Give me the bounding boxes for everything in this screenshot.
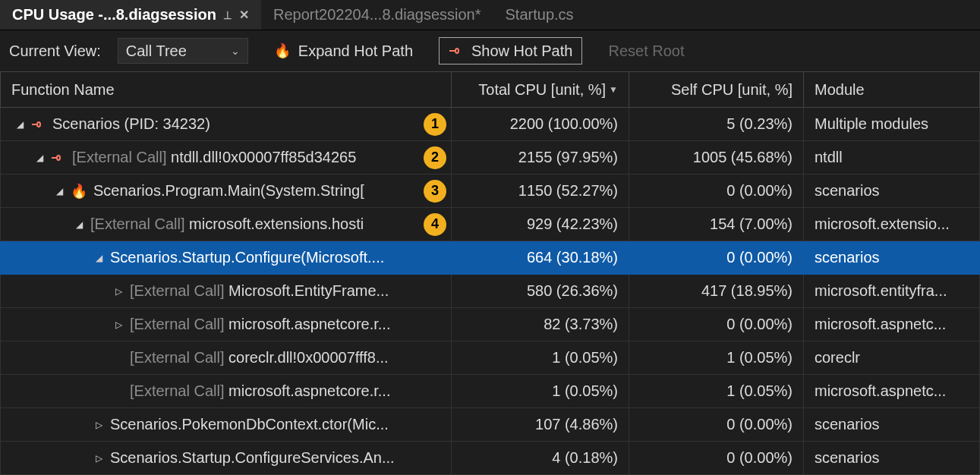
dropdown-value: Call Tree [126,42,187,60]
self-cpu-cell: 0 (0.00%) [629,442,804,475]
flame-icon: 🔥 [274,42,291,59]
self-cpu-cell: 0 (0.00%) [629,241,804,275]
expander-open-icon[interactable]: ◢ [54,186,65,197]
tab-label: Startup.cs [506,6,574,24]
function-cell[interactable]: ▷[External Call] microsoft.aspnetcore.r.… [0,308,452,341]
flame-icon: 🔥 [71,183,87,200]
function-name: Scenarios (PID: 34232) [52,115,210,133]
module-cell: scenarios [804,175,980,208]
module-cell: scenarios [804,408,980,442]
module-cell: microsoft.aspnetc... [804,308,980,341]
function-cell[interactable]: ▷[External Call] Microsoft.EntityFrame..… [0,275,452,308]
self-cpu-cell: 5 (0.23%) [629,108,804,141]
expander-closed-icon[interactable]: ▷ [113,286,124,297]
function-cell[interactable]: ◢Scenarios.Startup.Configure(Microsoft..… [0,241,452,275]
expander-open-icon[interactable]: ◢ [34,153,45,163]
reset-root-button: Reset Root [599,37,693,64]
callout-badge: 2 [424,146,446,169]
flame-outline-icon [51,153,66,163]
self-cpu-cell: 1 (0.05%) [629,375,804,408]
function-name: [External Call] Microsoft.EntityFrame... [130,282,389,300]
function-cell[interactable]: [External Call] coreclr.dll!0x00007fff8.… [0,341,452,375]
chevron-down-icon: ⌄ [231,45,240,57]
total-cpu-cell: 107 (4.86%) [452,408,629,442]
expander-open-icon[interactable]: ◢ [14,119,25,130]
expand-hot-path-button[interactable]: 🔥 Expand Hot Path [265,37,422,64]
function-cell[interactable]: ◢Scenarios (PID: 34232)1 [0,108,452,141]
expander-open-icon[interactable]: ◢ [74,219,84,230]
function-name: [External Call] ntdll.dll!0x00007ff85d34… [72,149,356,166]
pin-icon[interactable]: ⟂ [224,8,232,22]
self-cpu-cell: 417 (18.95%) [629,275,804,308]
function-cell[interactable]: ▷Scenarios.PokemonDbContext.ctor(Mic... [0,408,452,442]
self-cpu-cell: 0 (0.00%) [629,175,804,208]
callout-badge: 3 [424,180,446,203]
close-icon[interactable]: ✕ [239,8,249,22]
column-header-self-cpu[interactable]: Self CPU [unit, %] [629,71,804,108]
total-cpu-cell: 2200 (100.00%) [452,108,629,141]
function-cell[interactable]: ◢[External Call] microsoft.extensions.ho… [0,208,452,241]
total-cpu-cell: 82 (3.73%) [452,308,629,341]
total-cpu-cell: 929 (42.23%) [452,208,629,241]
total-cpu-cell: 1150 (52.27%) [452,175,629,208]
tab-startup[interactable]: Startup.cs [493,0,586,30]
module-cell: coreclr [804,341,980,375]
total-cpu-cell: 664 (30.18%) [452,241,629,275]
column-header-function[interactable]: Function Name [0,71,452,108]
function-name: Scenarios.PokemonDbContext.ctor(Mic... [110,416,389,433]
module-cell: ntdll [804,141,980,175]
expander-closed-icon[interactable]: ▷ [113,319,124,330]
tab-label: Report202204...8.diagsession* [273,6,481,24]
function-name: [External Call] microsoft.aspnetcore.r..… [130,316,390,333]
callout-badge: 4 [424,213,446,236]
function-cell[interactable]: ▷Scenarios.Startup.ConfigureServices.An.… [0,442,452,475]
show-hot-path-button[interactable]: Show Hot Path [439,37,582,64]
self-cpu-cell: 0 (0.00%) [629,408,804,442]
expander-open-icon[interactable]: ◢ [93,253,104,263]
button-label: Show Hot Path [471,42,572,60]
tab-strip: CPU Usage -...8.diagsession ⟂ ✕ Report20… [0,0,980,30]
module-cell: microsoft.entityfra... [804,275,980,308]
tab-report[interactable]: Report202204...8.diagsession* [261,0,493,30]
module-cell: microsoft.extensio... [804,208,980,241]
self-cpu-cell: 0 (0.00%) [629,308,804,341]
function-name: [External Call] coreclr.dll!0x00007fff8.… [130,349,389,366]
function-name: [External Call] microsoft.extensions.hos… [90,215,364,233]
button-label: Reset Root [608,42,684,60]
total-cpu-cell: 1 (0.05%) [452,375,629,408]
total-cpu-cell: 2155 (97.95%) [452,141,629,175]
self-cpu-cell: 1 (0.05%) [629,341,804,375]
total-cpu-cell: 4 (0.18%) [452,442,629,475]
function-name: Scenarios.Program.Main(System.String[ [93,182,364,200]
column-header-total-cpu[interactable]: Total CPU [unit, %] ▼ [452,71,629,108]
function-cell[interactable]: [External Call] microsoft.aspnetcore.r..… [0,375,452,408]
module-cell: scenarios [804,241,980,275]
callout-badge: 1 [424,113,446,136]
module-cell: Multiple modules [804,108,980,141]
expander-closed-icon[interactable]: ▷ [93,420,104,430]
function-name: Scenarios.Startup.ConfigureServices.An..… [110,449,395,467]
total-cpu-cell: 1 (0.05%) [452,341,629,375]
function-cell[interactable]: ◢[External Call] ntdll.dll!0x00007ff85d3… [0,141,452,175]
function-name: [External Call] microsoft.aspnetcore.r..… [130,382,390,400]
button-label: Expand Hot Path [298,42,413,60]
column-header-module[interactable]: Module [804,71,980,108]
module-cell: microsoft.aspnetc... [804,375,980,408]
tab-cpu-usage[interactable]: CPU Usage -...8.diagsession ⟂ ✕ [0,0,261,30]
tab-label: CPU Usage -...8.diagsession [12,6,216,24]
function-cell[interactable]: ◢🔥Scenarios.Program.Main(System.String[3 [0,175,452,208]
expander-closed-icon[interactable]: ▷ [93,453,104,464]
self-cpu-cell: 1005 (45.68%) [629,141,804,175]
module-cell: scenarios [804,442,980,475]
toolbar: Current View: Call Tree ⌄ 🔥 Expand Hot P… [0,30,980,71]
total-cpu-cell: 580 (26.36%) [452,275,629,308]
flame-outline-icon [449,46,464,56]
flame-outline-icon [31,119,46,130]
self-cpu-cell: 154 (7.00%) [629,208,804,241]
cpu-table: Function Name Total CPU [unit, %] ▼ Self… [0,71,980,475]
sort-desc-icon: ▼ [609,84,618,95]
function-name: Scenarios.Startup.Configure(Microsoft...… [110,249,384,266]
current-view-label: Current View: [9,42,101,60]
view-dropdown[interactable]: Call Tree ⌄ [118,38,248,64]
